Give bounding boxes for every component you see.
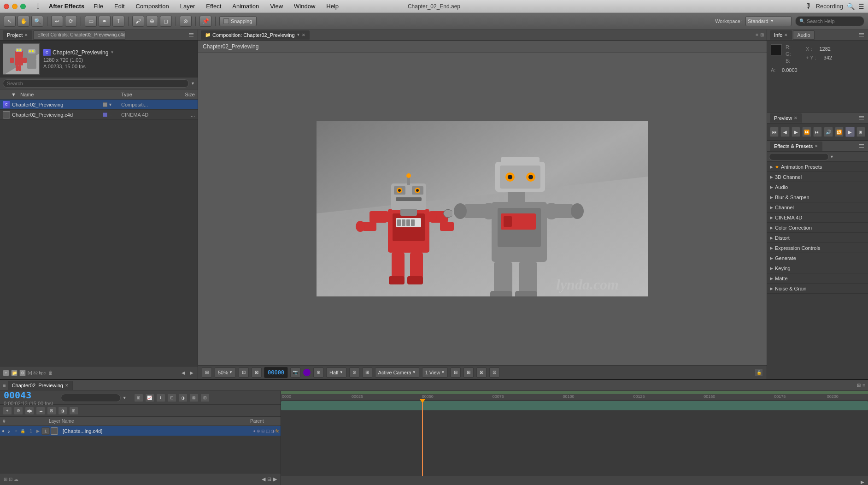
chevron-down-icon-tab[interactable]: ▼ — [297, 33, 300, 37]
next-page-icon[interactable]: ▶ — [273, 476, 277, 482]
brush-tool-button[interactable]: 🖌 — [132, 16, 144, 27]
category-blur-sharpen[interactable]: ▶ Blur & Sharpen — [767, 192, 868, 202]
tab-composition[interactable]: 📁 Composition: Chapter02_Previewing ▼ ✕ — [201, 30, 310, 40]
transparency-button[interactable]: ⊘ — [349, 367, 359, 378]
category-matte[interactable]: ▶ Matte — [767, 273, 868, 284]
project-search-input[interactable] — [3, 79, 189, 88]
roto-brush-button[interactable]: ⊗ — [180, 16, 192, 27]
category-animation-presets[interactable]: ▶ ★ Animation Presets — [767, 162, 868, 172]
timecode-display[interactable]: 00000 — [264, 367, 287, 378]
hand-tool-button[interactable]: ✋ — [18, 16, 29, 27]
close-info-tab-icon[interactable]: ✕ — [784, 33, 788, 37]
expand-icon[interactable]: ⊞ — [760, 32, 764, 37]
layer-blur-icon[interactable]: ◑ — [271, 429, 275, 433]
effects-search-arrow-icon[interactable]: ▼ — [830, 154, 834, 159]
close-button[interactable] — [4, 4, 9, 9]
camera-select[interactable]: Active Camera ▼ — [375, 367, 419, 378]
layer-solo-icon[interactable]: ○ — [13, 428, 19, 434]
settings-button[interactable]: ⚙ — [19, 370, 26, 376]
tab-timeline-comp[interactable]: Chapter02_Previewing ✕ — [8, 381, 73, 390]
layer-3d-icon[interactable]: ⊞ — [261, 429, 265, 433]
preview-range-button[interactable]: ◀▶ — [25, 407, 34, 415]
layer-fx-applied-icon[interactable]: fx — [276, 429, 279, 433]
layer-row-0[interactable]: ● ♪ ○ 🔓 1 ▶ 1 [Chapte...ing.c4d] ● ⊕ — [0, 426, 281, 436]
goto-last-frame-button[interactable]: ⏭ — [813, 127, 822, 137]
effects-panel-menu-button[interactable] — [858, 142, 865, 150]
render-status-button[interactable]: ⊡ — [489, 367, 499, 378]
motion-blur-button[interactable]: ◑ — [178, 394, 188, 402]
menu-layer[interactable]: Layer — [178, 2, 197, 11]
trash-button[interactable]: 🗑 — [47, 370, 54, 376]
draft-preview-button[interactable]: ▣ — [856, 127, 865, 137]
info-panel-menu-button[interactable] — [858, 31, 865, 39]
graph-editor-button[interactable]: 📈 — [145, 394, 154, 402]
tab-effects-presets[interactable]: Effects & Presets ✕ — [770, 142, 822, 151]
close-effects-tab-icon[interactable]: ✕ — [815, 144, 818, 148]
solo-button[interactable]: ⊡ — [167, 394, 176, 402]
tab-info[interactable]: Info ✕ — [770, 30, 792, 40]
menu-animation[interactable]: Animation — [230, 2, 261, 11]
scroll-right-button[interactable]: ▶ — [188, 370, 195, 376]
category-noise-grain[interactable]: ▶ Noise & Grain — [767, 284, 868, 294]
layer-track-bar[interactable] — [281, 401, 868, 410]
select-tool-button[interactable]: ↖ — [4, 16, 16, 27]
pixel-aspect-button[interactable]: ⊠ — [252, 367, 262, 378]
tab-project[interactable]: Project ✕ — [3, 30, 32, 40]
minimize-button[interactable] — [12, 4, 18, 9]
tab-audio[interactable]: Audio — [793, 30, 814, 40]
color-mode-button[interactable] — [303, 369, 311, 376]
layer-transfer-mode-icon[interactable]: ⊕ — [257, 429, 260, 433]
help-search-bar[interactable]: 🔍 Search Help — [795, 16, 864, 26]
clone-stamp-button[interactable]: ⊕ — [146, 16, 158, 27]
new-item-button[interactable]: + — [3, 370, 9, 376]
col-size-header[interactable]: Size — [167, 92, 195, 97]
category-generate[interactable]: ▶ Generate — [767, 253, 868, 263]
menu-effect[interactable]: Effect — [204, 2, 223, 11]
tab-preview[interactable]: Preview ✕ — [770, 113, 802, 123]
file-item-0[interactable]: C Chapter02_Previewing ▼ Compositi... — [0, 100, 198, 110]
file-sort-icon[interactable]: ▼ — [11, 92, 20, 97]
scroll-left-button[interactable]: ◀ — [180, 370, 187, 376]
file-item-1[interactable]: Chapter02_Previewing.c4d ... CINEMA 4D .… — [0, 110, 198, 120]
ram-preview-button[interactable]: ▶ — [845, 127, 854, 137]
effects-search-input[interactable] — [769, 153, 829, 160]
enable-frame-blend-button[interactable]: ⊠ — [47, 407, 56, 415]
camera-orbit-button[interactable]: ⟳ — [65, 16, 77, 27]
loop-button[interactable]: 🔁 — [835, 127, 844, 137]
hide-shy-button[interactable]: ☁ — [36, 407, 45, 415]
menu-file[interactable]: File — [92, 2, 105, 11]
puppet-pin-button[interactable]: 📌 — [199, 16, 211, 27]
step-forward-button[interactable]: ⏩ — [802, 127, 811, 137]
layer-lock-icon[interactable]: 🔓 — [20, 429, 25, 433]
zoom-select[interactable]: 50% ▼ — [215, 367, 236, 378]
maximize-button[interactable] — [20, 4, 26, 9]
preview-panel-menu-button[interactable] — [858, 114, 865, 122]
playhead[interactable] — [422, 400, 423, 476]
view-layout-button[interactable]: ⊞ — [463, 367, 474, 378]
timeline-search-input[interactable] — [61, 394, 121, 402]
collapse-icon[interactable]: ≡ — [756, 32, 758, 37]
list-icon[interactable]: ☰ — [858, 3, 864, 10]
close-preview-tab-icon[interactable]: ✕ — [794, 116, 798, 120]
timeline-expand-icon[interactable]: ⊞ — [857, 383, 861, 388]
text-tool-button[interactable]: T — [112, 16, 124, 27]
composition-settings-button[interactable]: ⚙ — [14, 407, 23, 415]
menu-composition[interactable]: Composition — [134, 2, 171, 11]
audio-button[interactable]: 🔊 — [824, 127, 833, 137]
category-distort[interactable]: ▶ Distort — [767, 233, 868, 243]
menu-help[interactable]: Help — [324, 2, 340, 11]
layer-visibility-icon[interactable]: ● — [2, 428, 5, 433]
snapshot-button[interactable]: 📷 — [290, 367, 300, 378]
category-3d-channel[interactable]: ▶ 3D Channel — [767, 172, 868, 182]
layer-switches-icon[interactable]: ● — [253, 429, 256, 433]
comp-markers-button[interactable]: ⊞ — [134, 394, 143, 402]
resolution-button[interactable]: ⊞ — [200, 394, 210, 402]
snapping-button[interactable]: Snapping — [219, 16, 257, 26]
scroll-end-icon[interactable]: ▶ — [861, 479, 864, 485]
menu-edit[interactable]: Edit — [112, 2, 126, 11]
layer-audio-icon[interactable]: ♪ — [6, 428, 12, 434]
slider-icon[interactable]: ⊟ — [267, 476, 271, 482]
snapping-checkbox[interactable] — [223, 18, 229, 24]
view-options-button[interactable]: ⊠ — [476, 367, 487, 378]
search-arrow-icon[interactable]: ▼ — [191, 81, 195, 86]
